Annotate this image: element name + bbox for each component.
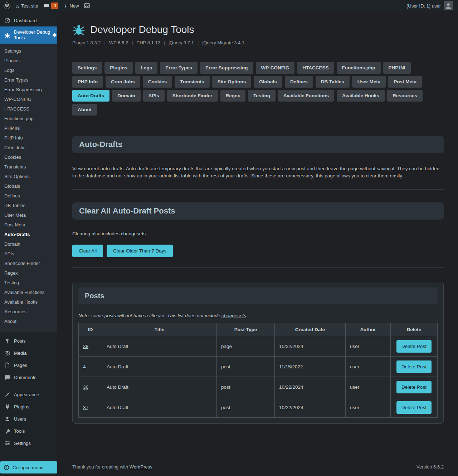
sidebar-item-cookies[interactable]: Cookies (0, 152, 57, 162)
sidebar-item-cron-jobs[interactable]: Cron Jobs (0, 143, 57, 152)
tab-php-ini[interactable]: PHP.INI (383, 62, 411, 74)
sidebar-item-apis[interactable]: APIs (0, 249, 57, 259)
media-shortcut[interactable] (84, 3, 90, 8)
wordpress-link[interactable]: WordPress (130, 464, 152, 470)
sidebar-item-htaccess[interactable]: HTACCESS (0, 104, 57, 114)
sidebar-item-site-options[interactable]: Site Options (0, 172, 57, 181)
comment-icon (4, 374, 10, 381)
sidebar-item-about[interactable]: About (0, 316, 57, 326)
wordpress-menu[interactable]: W (4, 3, 10, 9)
new-content-button[interactable]: + New (64, 3, 79, 9)
sidebar-item-wp-config[interactable]: WP-CONFIG (0, 94, 57, 104)
sidebar-item-posts[interactable]: Posts (0, 335, 57, 347)
sidebar-item-transients[interactable]: Transients (0, 162, 57, 172)
sidebar-item-testing[interactable]: Testing (0, 278, 57, 288)
sidebar-item-regex[interactable]: Regex (0, 268, 57, 278)
tab-resources[interactable]: Resources (387, 90, 423, 102)
tab-available-hooks[interactable]: Available Hooks (337, 90, 385, 102)
post-id-link[interactable]: 36 (83, 384, 88, 390)
sidebar-item-domain[interactable]: Domain (0, 239, 57, 249)
sidebar-item-logs[interactable]: Logs (0, 65, 57, 75)
sidebar-item-label: Users (14, 416, 26, 422)
sidebar-item-tools[interactable]: Tools (0, 425, 57, 437)
site-name-link[interactable]: ⌂ Test site (16, 3, 38, 9)
post-id-link[interactable]: 37 (83, 405, 88, 410)
sidebar-item-available-hooks[interactable]: Available Hooks (0, 297, 57, 307)
sidebar-item-php-info[interactable]: PHP Info (0, 133, 57, 143)
tab-user-meta[interactable]: User Meta (352, 76, 386, 88)
tab-wp-config[interactable]: WP-CONFIG (256, 62, 295, 74)
tab-about[interactable]: About (72, 104, 97, 116)
sidebar-item-plugins[interactable]: Plugins (0, 56, 57, 65)
avatar[interactable] (444, 1, 453, 10)
author-cell: user (346, 397, 391, 418)
tab-site-options[interactable]: Site Options (212, 76, 252, 88)
sidebar-item-developer-debug-tools[interactable]: Developer Debug Tools (0, 26, 57, 44)
tab-htaccess[interactable]: HTACCESS (297, 62, 334, 74)
sidebar-item-users[interactable]: Users (0, 413, 57, 425)
sidebar-item-php-ini[interactable]: PHP.INI (0, 123, 57, 133)
sidebar-item-dashboard[interactable]: Dashboard (0, 14, 57, 26)
tab-testing[interactable]: Testing (248, 90, 276, 102)
sidebar-item-post-meta[interactable]: Post Meta (0, 220, 57, 230)
tab-transients[interactable]: Transients (175, 76, 210, 88)
clear-note-suffix: . (146, 231, 147, 236)
sidebar-item-defines[interactable]: Defines (0, 191, 57, 201)
sidebar-item-media[interactable]: Media (0, 347, 57, 359)
sidebar-item-error-types[interactable]: Error Types (0, 75, 57, 85)
tab-globals[interactable]: Globals (254, 76, 282, 88)
sidebar-item-available-functions[interactable]: Available Functions (0, 288, 57, 297)
sidebar-item-comments[interactable]: Comments (0, 371, 57, 383)
delete-post-button[interactable]: Delete Post (396, 360, 432, 373)
sidebar-item-db-tables[interactable]: DB Tables (0, 201, 57, 210)
sidebar-item-globals[interactable]: Globals (0, 181, 57, 191)
sidebar-item-functions-php[interactable]: Functions.php (0, 114, 57, 123)
tab-auto-drafts[interactable]: Auto-Drafts (72, 90, 109, 102)
tab-logs[interactable]: Logs (135, 62, 157, 74)
tab-cookies[interactable]: Cookies (143, 76, 172, 88)
tab-error-suppressing[interactable]: Error Suppressing (200, 62, 253, 74)
tab-post-meta[interactable]: Post Meta (388, 76, 422, 88)
sidebar-item-settings[interactable]: Settings (0, 437, 57, 449)
delete-post-button[interactable]: Delete Post (396, 381, 432, 393)
tab-available-functions[interactable]: Available Functions (278, 90, 334, 102)
sidebar-item-shortcode-finder[interactable]: Shortcode Finder (0, 259, 57, 268)
sidebar-item-appearance[interactable]: Appearance (0, 388, 57, 401)
tab-cron-jobs[interactable]: Cron Jobs (106, 76, 140, 88)
tab-shortcode-finder[interactable]: Shortcode Finder (167, 90, 218, 102)
clear-older-button[interactable]: Clear Older Than 7 Days (107, 245, 173, 257)
sidebar-item-plugins[interactable]: Plugins (0, 401, 57, 413)
posts-table: IDTitlePost TypeCreated DateAuthorDelete… (78, 323, 438, 418)
sidebar-item-resources[interactable]: Resources (0, 307, 57, 316)
sidebar-item-error-suppressing[interactable]: Error Suppressing (0, 85, 57, 94)
tab-plugins[interactable]: Plugins (104, 62, 133, 74)
changesets-link[interactable]: changesets (221, 313, 246, 318)
tab-apis[interactable]: APIs (143, 90, 165, 102)
post-title-cell: Auto Draft (102, 357, 217, 377)
tab-defines[interactable]: Defines (285, 76, 313, 88)
tab-php-info[interactable]: PHP Info (72, 76, 103, 88)
collapse-menu-button[interactable]: Collapse menu (0, 461, 57, 473)
sidebar-item-pages[interactable]: Pages (0, 359, 57, 371)
clear-all-button[interactable]: Clear All (72, 245, 103, 257)
delete-post-button[interactable]: Delete Post (396, 340, 432, 353)
sidebar-item-label: Plugins (14, 404, 29, 409)
delete-cell: Delete Post (391, 336, 438, 357)
tab-regex[interactable]: Regex (220, 90, 246, 102)
tab-error-types[interactable]: Error Types (160, 62, 198, 74)
comments-shortcut[interactable]: 0 (44, 3, 59, 9)
tab-settings[interactable]: Settings (72, 62, 102, 74)
changesets-link[interactable]: changesets (121, 231, 146, 236)
sidebar-item-settings[interactable]: Settings (0, 46, 57, 56)
tab-domain[interactable]: Domain (112, 90, 141, 102)
post-id-link[interactable]: 4 (83, 364, 86, 369)
sidebar-item-label: Pages (14, 363, 27, 368)
delete-post-button[interactable]: Delete Post (396, 401, 432, 414)
post-id-link[interactable]: 38 (83, 344, 88, 349)
sidebar-item-user-meta[interactable]: User Meta (0, 210, 57, 220)
site-name: Test site (21, 3, 38, 9)
sidebar-item-auto-drafts[interactable]: Auto-Drafts (0, 230, 57, 239)
tab-functions-php[interactable]: Functions.php (337, 62, 381, 74)
tab-db-tables[interactable]: DB Tables (316, 76, 350, 88)
column-header-created-date: Created Date (275, 323, 346, 336)
